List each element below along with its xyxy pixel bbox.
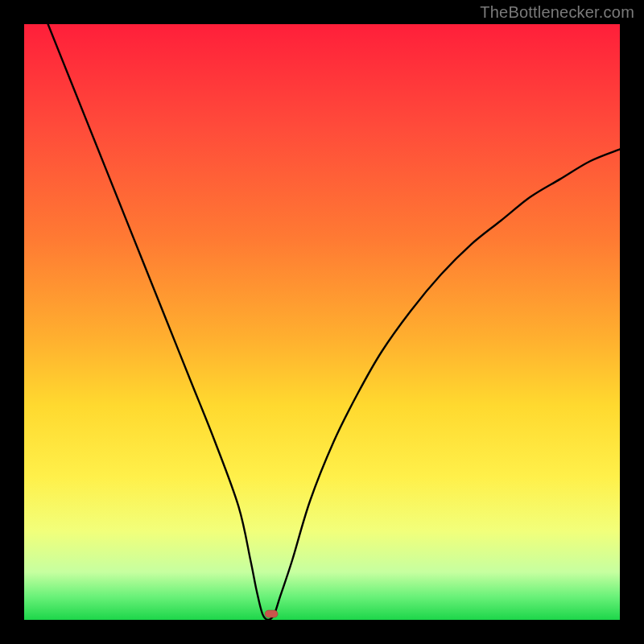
watermark-text: TheBottlenecker.com xyxy=(480,3,634,22)
bottleneck-curve xyxy=(48,24,620,620)
chart-frame: TheBottlenecker.com xyxy=(0,0,644,644)
optimal-marker xyxy=(265,610,278,617)
plot-area xyxy=(24,24,620,620)
chart-svg xyxy=(24,24,620,620)
